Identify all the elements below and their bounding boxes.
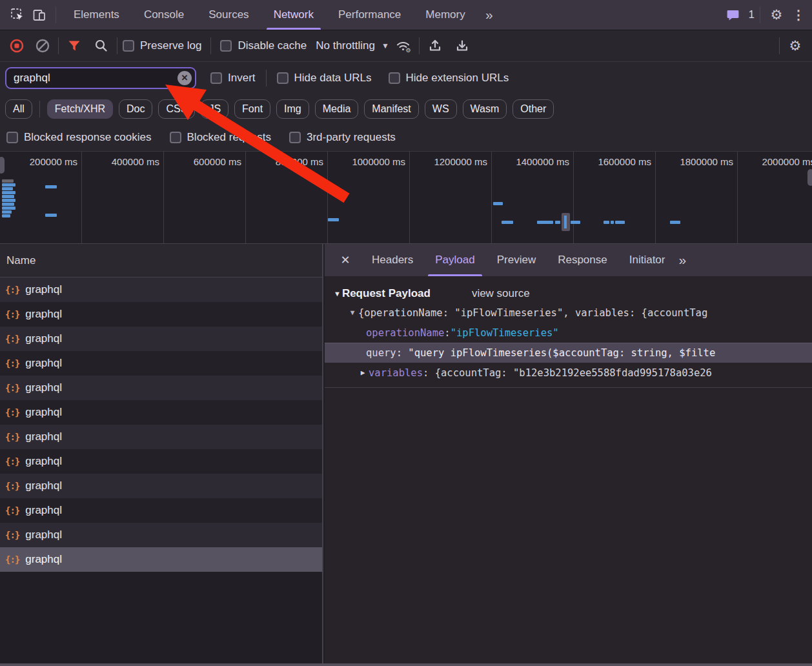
filter-chip-media[interactable]: Media xyxy=(315,99,359,119)
invert-label: Invert xyxy=(228,72,256,85)
request-row[interactable]: {:}graphql xyxy=(0,327,322,351)
waterfall-bar xyxy=(2,183,15,187)
tab-console[interactable]: Console xyxy=(132,0,196,30)
payload-operation-name-line[interactable]: operationName: "ipFlowTimeseries" xyxy=(325,323,812,343)
search-icon[interactable] xyxy=(91,35,112,56)
overview-right-handle[interactable] xyxy=(807,169,812,186)
view-source-link[interactable]: view source xyxy=(472,287,530,300)
waterfall-bar xyxy=(670,221,680,224)
details-tab-initiator[interactable]: Initiator xyxy=(618,244,676,276)
issues-icon[interactable] xyxy=(722,4,744,26)
details-tab-headers[interactable]: Headers xyxy=(361,244,424,276)
name-column-header[interactable]: Name xyxy=(0,244,322,278)
hide-extension-urls-checkbox[interactable] xyxy=(389,72,400,84)
disable-cache-label: Disable cache xyxy=(238,39,307,52)
disable-cache-checkbox[interactable] xyxy=(220,40,232,52)
payload-preview-line[interactable]: ▼ {operationName: "ipFlowTimeseries", va… xyxy=(325,303,812,323)
overview-left-handle[interactable] xyxy=(0,157,5,174)
xhr-braces-icon: {:} xyxy=(5,407,19,418)
request-name: graphql xyxy=(25,357,62,370)
inspect-element-icon[interactable] xyxy=(6,4,28,26)
blocked-response-cookies-checkbox[interactable] xyxy=(6,132,18,143)
filter-input[interactable] xyxy=(5,67,196,89)
tab-memory[interactable]: Memory xyxy=(413,0,477,30)
filter-chip-fetch-xhr[interactable]: Fetch/XHR xyxy=(47,99,113,119)
expand-triangle-icon[interactable]: ▶ xyxy=(357,368,369,377)
request-row[interactable]: {:}graphql xyxy=(0,400,322,425)
record-network-log-icon[interactable] xyxy=(6,35,27,56)
filter-chip-js[interactable]: JS xyxy=(201,99,228,119)
settings-gear-icon[interactable]: ⚙ xyxy=(766,4,787,26)
details-tab-preview[interactable]: Preview xyxy=(486,244,547,276)
request-row[interactable]: {:}graphql xyxy=(0,449,322,474)
network-toolbar: Preserve log Disable cache No throttling… xyxy=(0,30,812,62)
collapse-triangle-icon[interactable]: ▼ xyxy=(334,290,341,298)
waterfall-bar xyxy=(493,202,503,205)
devtools-window: ElementsConsoleSourcesNetworkPerformance… xyxy=(0,0,812,666)
waterfall-bar xyxy=(2,179,14,183)
3rd-party-requests-checkbox[interactable] xyxy=(289,132,301,143)
request-row[interactable]: {:}graphql xyxy=(0,474,322,498)
timeline-tick-label: 2000000 ms xyxy=(738,152,812,243)
hide-data-urls-checkbox[interactable] xyxy=(277,72,289,84)
preserve-log-checkbox[interactable] xyxy=(123,40,134,52)
resource-type-filter-row: AllFetch/XHRDocCSSJSFontImgMediaManifest… xyxy=(0,94,812,124)
payload-variables-line[interactable]: ▶ variables: {accountTag: "b12e3b2192ee5… xyxy=(325,363,812,383)
details-tab-payload[interactable]: Payload xyxy=(424,244,485,276)
network-settings-gear-icon[interactable]: ⚙ xyxy=(785,35,806,56)
request-row[interactable]: {:}graphql xyxy=(0,351,322,376)
request-row[interactable]: {:}graphql xyxy=(0,523,322,547)
tab-performance[interactable]: Performance xyxy=(326,0,413,30)
expand-triangle-icon[interactable]: ▼ xyxy=(347,308,358,317)
device-toolbar-icon[interactable] xyxy=(28,4,50,26)
timeline-tick-label: 800000 ms xyxy=(246,152,328,243)
close-details-icon[interactable]: ✕ xyxy=(334,253,357,267)
clear-network-log-icon[interactable] xyxy=(32,35,53,56)
request-row[interactable]: {:}graphql xyxy=(0,498,322,523)
kebab-menu-icon[interactable]: ⋮ xyxy=(787,4,809,26)
tab-elements[interactable]: Elements xyxy=(61,0,132,30)
network-overview-timeline[interactable]: 200000 ms400000 ms600000 ms800000 ms1000… xyxy=(0,152,812,244)
waterfall-bar xyxy=(611,221,614,224)
clear-filter-icon[interactable]: ✕ xyxy=(178,71,192,85)
blocked-requests-checkbox[interactable] xyxy=(170,132,181,143)
request-row[interactable]: {:}graphql xyxy=(0,278,322,302)
xhr-braces-icon: {:} xyxy=(5,554,19,565)
xhr-braces-icon: {:} xyxy=(5,505,19,516)
request-row[interactable]: {:}graphql xyxy=(0,302,322,327)
waterfall-bar xyxy=(2,210,12,214)
filter-chip-ws[interactable]: WS xyxy=(425,99,457,119)
request-row[interactable]: {:}graphql xyxy=(0,376,322,400)
filter-chip-all[interactable]: All xyxy=(5,99,32,119)
payload-query-line-selected[interactable]: query: "query ipFlowTimeseries($accountT… xyxy=(325,343,812,363)
throttling-dropdown[interactable]: No throttling ▼ xyxy=(316,39,389,52)
filter-chip-font[interactable]: Font xyxy=(234,99,270,119)
request-row[interactable]: {:}graphql xyxy=(0,425,322,449)
svg-text:⚙: ⚙ xyxy=(405,47,411,54)
details-tab-response[interactable]: Response xyxy=(547,244,618,276)
request-payload-title: Request Payload xyxy=(342,287,431,300)
panel-tabs: ElementsConsoleSourcesNetworkPerformance… xyxy=(61,0,478,30)
import-har-icon[interactable] xyxy=(425,35,445,56)
filter-chip-css[interactable]: CSS xyxy=(158,99,195,119)
filter-chip-other[interactable]: Other xyxy=(513,99,554,119)
xhr-braces-icon: {:} xyxy=(5,383,19,393)
filter-icon[interactable] xyxy=(64,35,85,56)
filter-chip-img[interactable]: Img xyxy=(276,99,309,119)
request-name: graphql xyxy=(25,332,62,345)
more-detail-tabs-icon[interactable]: » xyxy=(678,252,685,268)
waterfall-bar xyxy=(2,199,15,202)
filter-chip-manifest[interactable]: Manifest xyxy=(364,99,418,119)
request-row[interactable]: {:}graphql xyxy=(0,547,322,572)
filter-chip-wasm[interactable]: Wasm xyxy=(463,99,507,119)
export-har-icon[interactable] xyxy=(452,35,472,56)
tab-sources[interactable]: Sources xyxy=(196,0,261,30)
issue-count[interactable]: 1 xyxy=(749,8,755,21)
timeline-tick-label: 1800000 ms xyxy=(656,152,738,243)
filter-chip-doc[interactable]: Doc xyxy=(119,99,152,119)
more-panels-icon[interactable]: » xyxy=(478,4,500,26)
network-conditions-icon[interactable]: ⚙ xyxy=(393,35,414,56)
tab-network[interactable]: Network xyxy=(261,0,326,30)
invert-checkbox[interactable] xyxy=(210,72,222,84)
timeline-tick-label: 1600000 ms xyxy=(574,152,656,243)
